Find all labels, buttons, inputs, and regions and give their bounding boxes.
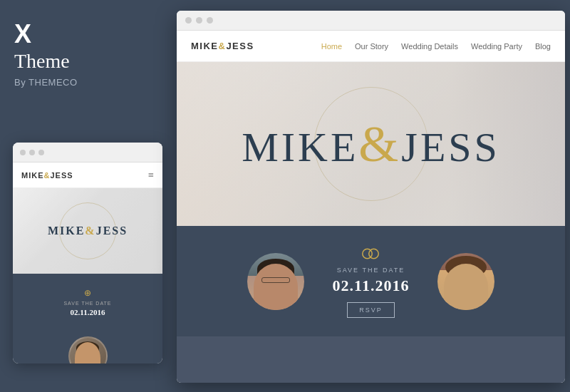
mobile-dot-3 bbox=[38, 150, 44, 155]
desktop-dot-2 bbox=[196, 17, 202, 24]
left-panel: X Theme By THEMECO MIKE&JESS ≡ MIKE&JESS… bbox=[0, 0, 175, 392]
hero-title: MIKE&JESS bbox=[242, 118, 500, 170]
mobile-dot-1 bbox=[20, 150, 26, 155]
groom-avatar bbox=[247, 253, 304, 310]
bride-avatar bbox=[437, 253, 494, 310]
mobile-avatar-section bbox=[13, 331, 162, 363]
rsvp-button[interactable]: RSVP bbox=[347, 302, 395, 318]
mobile-hero: MIKE&JESS bbox=[13, 188, 162, 274]
save-date-center: SAVE THE DATE 02.11.2016 RSVP bbox=[333, 245, 410, 318]
desktop-nav-links: Home Our Story Wedding Details Wedding P… bbox=[321, 42, 551, 51]
mobile-hero-ampersand: & bbox=[85, 225, 95, 237]
mobile-dot-2 bbox=[29, 150, 35, 155]
nav-link-our-story[interactable]: Our Story bbox=[355, 42, 388, 51]
by-label: By THEMECO bbox=[14, 77, 78, 88]
mobile-nav-logo: MIKE&JESS bbox=[21, 171, 73, 180]
bride-face bbox=[444, 264, 488, 310]
desktop-bottom-section bbox=[177, 336, 565, 383]
nav-link-home[interactable]: Home bbox=[321, 42, 342, 51]
groom-face bbox=[254, 264, 298, 310]
desktop-hero: MIKE&JESS bbox=[177, 62, 565, 226]
hamburger-icon[interactable]: ≡ bbox=[148, 170, 154, 181]
save-the-date-label: SAVE THE DATE bbox=[337, 267, 405, 274]
rings-icon bbox=[360, 245, 381, 262]
desktop-nav-logo: MIKE&JESS bbox=[191, 41, 321, 51]
nav-link-wedding-party[interactable]: Wedding Party bbox=[471, 42, 522, 51]
mobile-save-section: ⊕ SAVE THE DATE 02.11.2016 bbox=[13, 274, 162, 331]
mobile-rings-icon: ⊕ bbox=[84, 288, 91, 299]
theme-title: Theme bbox=[14, 50, 70, 73]
date-value: 02.11.2016 bbox=[333, 277, 410, 295]
mobile-date-value: 02.11.2016 bbox=[71, 308, 105, 316]
mobile-save-text: SAVE THE DATE bbox=[63, 301, 111, 306]
x-logo: X bbox=[14, 21, 31, 47]
mobile-hero-title: MIKE&JESS bbox=[48, 225, 128, 237]
desktop-nav-ampersand: & bbox=[219, 41, 227, 51]
desktop-nav: MIKE&JESS Home Our Story Wedding Details… bbox=[177, 31, 565, 62]
groom-glasses bbox=[261, 277, 290, 283]
mobile-nav: MIKE&JESS ≡ bbox=[13, 163, 162, 188]
desktop-dot-3 bbox=[207, 17, 213, 24]
desktop-preview: MIKE&JESS Home Our Story Wedding Details… bbox=[177, 11, 565, 383]
mobile-ampersand: & bbox=[44, 171, 51, 180]
mobile-preview: MIKE&JESS ≡ MIKE&JESS ⊕ SAVE THE DATE 02… bbox=[13, 143, 162, 363]
nav-link-wedding-details[interactable]: Wedding Details bbox=[401, 42, 458, 51]
mobile-avatar bbox=[68, 336, 108, 363]
hero-ampersand: & bbox=[358, 115, 401, 172]
desktop-dot-1 bbox=[185, 17, 192, 24]
mobile-browser-bar bbox=[13, 143, 162, 163]
nav-link-blog[interactable]: Blog bbox=[535, 42, 551, 51]
desktop-browser-bar bbox=[177, 11, 565, 31]
save-date-section: SAVE THE DATE 02.11.2016 RSVP bbox=[177, 226, 565, 336]
svg-point-1 bbox=[369, 249, 379, 259]
